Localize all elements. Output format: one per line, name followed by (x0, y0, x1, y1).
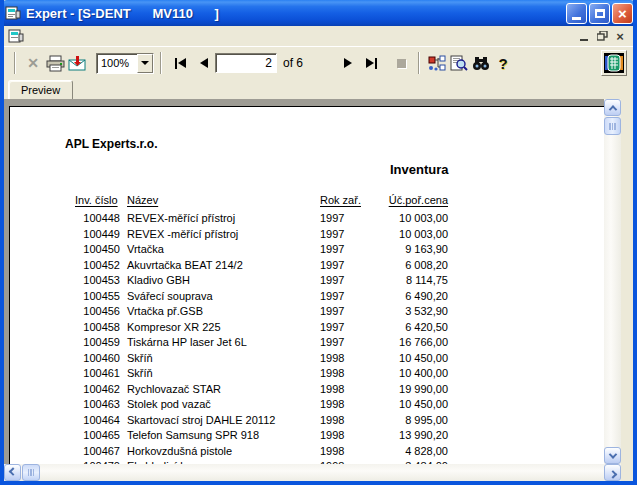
search-expert-button[interactable] (448, 52, 470, 74)
report-company: APL Experts.r.o. (65, 137, 157, 151)
help-button[interactable]: ? (492, 52, 514, 74)
year-cell: 1998 (320, 398, 344, 410)
inv-number-cell: 100449 (68, 228, 120, 240)
item-name-cell: Svářecí souprava (127, 290, 213, 302)
inv-number-cell: 100465 (68, 429, 120, 441)
frame-gap (621, 99, 633, 464)
app-window: Expert - [S-DENT MV110 ] × × ✕ (0, 0, 637, 485)
table-row: 100464Skartovací stroj DAHLE 2011219988 … (10, 413, 608, 429)
column-header-name: Název (127, 194, 158, 206)
inv-number-cell: 100458 (68, 321, 120, 333)
item-name-cell: REVEX -měřící přístroj (127, 228, 238, 240)
item-name-cell: Stolek pod vazač (127, 398, 211, 410)
toolbar-separator (418, 52, 420, 74)
chevron-up-icon (608, 105, 616, 113)
table-row: 100467Horkovzdušná pistole19984 828,00 (10, 444, 608, 460)
thumb-grip (28, 469, 35, 476)
tab-strip: Preview (4, 79, 633, 99)
price-cell: 10 450,00 (378, 398, 448, 410)
inv-number-cell: 100461 (68, 367, 120, 379)
column-header-price: Úč.poř.cena (378, 194, 448, 206)
window-title: Expert - [S-DENT MV110 ] (26, 6, 566, 21)
scroll-left-button[interactable] (4, 464, 21, 481)
scroll-up-button[interactable] (604, 99, 621, 116)
scroll-down-button[interactable] (604, 447, 621, 464)
price-cell: 10 003,00 (378, 228, 448, 240)
inv-number-cell: 100464 (68, 414, 120, 426)
item-name-cell: Tiskárna HP laser Jet 6L (127, 336, 247, 348)
preview-pane: APL Experts.r.o. Inventura Inv. číslo Ná… (4, 99, 633, 464)
stop-loading-button[interactable] (390, 52, 412, 74)
preview-toolbar: ✕ 100% of 6 (4, 46, 633, 79)
price-cell: 19 990,00 (378, 383, 448, 395)
scroll-right-button[interactable] (604, 464, 621, 481)
print-button[interactable] (44, 52, 66, 74)
mdi-close-button[interactable]: × (611, 29, 629, 44)
zoom-value: 100% (97, 54, 137, 73)
year-cell: 1997 (320, 259, 344, 271)
close-preview-button[interactable]: ✕ (22, 52, 44, 74)
inv-number-cell: 100453 (68, 274, 120, 286)
vertical-scrollbar[interactable] (604, 99, 621, 464)
last-page-button[interactable] (359, 52, 384, 74)
export-button[interactable] (66, 52, 88, 74)
thumb-grip (609, 123, 616, 130)
report-content: APL Experts.r.o. Inventura Inv. číslo Ná… (10, 107, 608, 464)
year-cell: 1997 (320, 336, 344, 348)
zoom-combobox[interactable]: 100% (96, 53, 154, 74)
item-name-cell: Kladivo GBH (127, 274, 190, 286)
table-row: 100465Telefon Samsung SPR 918199813 990,… (10, 428, 608, 444)
toggle-group-tree-button[interactable] (426, 52, 448, 74)
zoom-dropdown-button[interactable] (137, 54, 153, 73)
maximize-button[interactable] (589, 3, 610, 24)
price-cell: 8 114,75 (378, 274, 448, 286)
previous-page-button[interactable] (193, 52, 215, 74)
inv-number-cell: 100450 (68, 243, 120, 255)
vertical-scroll-thumb[interactable] (604, 117, 621, 135)
year-cell: 1997 (320, 290, 344, 302)
table-row: 100453Kladivo GBH19978 114,75 (10, 273, 608, 289)
price-cell: 8 995,00 (378, 414, 448, 426)
first-page-button[interactable] (168, 52, 193, 74)
table-row: 100455Svářecí souprava19976 490,20 (10, 289, 608, 305)
toolbar-grip (14, 52, 16, 74)
next-page-button[interactable] (337, 52, 359, 74)
maximize-icon (595, 9, 605, 18)
price-cell: 4 828,00 (378, 445, 448, 457)
mdi-restore-button[interactable] (593, 29, 611, 44)
year-cell: 1998 (320, 429, 344, 441)
logo-button[interactable] (601, 50, 627, 76)
price-cell: 6 008,20 (378, 259, 448, 271)
chevron-right-icon (608, 470, 616, 478)
export-icon (68, 55, 87, 72)
year-cell: 1997 (320, 228, 344, 240)
find-text-button[interactable] (470, 52, 492, 74)
horizontal-scroll-thumb[interactable] (22, 464, 40, 481)
item-name-cell: Vrtačka př.GSB (127, 305, 203, 317)
horizontal-scrollbar[interactable] (4, 464, 621, 481)
item-name-cell: Kompresor XR 225 (127, 321, 221, 333)
close-button[interactable]: × (612, 3, 633, 24)
mdi-restore-icon (597, 31, 608, 41)
year-cell: 1998 (320, 383, 344, 395)
app-icon (5, 5, 21, 21)
page-count-label: of 6 (283, 56, 303, 70)
table-row: 100450Vrtačka19979 163,90 (10, 242, 608, 258)
group-tree-icon (428, 55, 446, 71)
table-row: 100449REVEX -měřící přístroj199710 003,0… (10, 227, 608, 243)
page-number-input[interactable] (215, 53, 277, 73)
year-cell: 1998 (320, 445, 344, 457)
price-cell: 10 400,00 (378, 367, 448, 379)
item-name-cell: Skartovací stroj DAHLE 20112 (127, 414, 275, 426)
inv-number-cell: 100460 (68, 352, 120, 364)
titlebar: Expert - [S-DENT MV110 ] × (0, 0, 637, 26)
table-row: 100452Akuvrtačka BEAT 214/219976 008,20 (10, 258, 608, 274)
year-cell: 1997 (320, 305, 344, 317)
inv-number-cell: 100459 (68, 336, 120, 348)
minimize-button[interactable] (566, 3, 587, 24)
item-name-cell: Horkovzdušná pistole (127, 445, 232, 457)
help-icon: ? (498, 55, 507, 72)
year-cell: 1997 (320, 212, 344, 224)
tab-preview[interactable]: Preview (8, 80, 73, 99)
mdi-minimize-button[interactable] (575, 29, 593, 44)
